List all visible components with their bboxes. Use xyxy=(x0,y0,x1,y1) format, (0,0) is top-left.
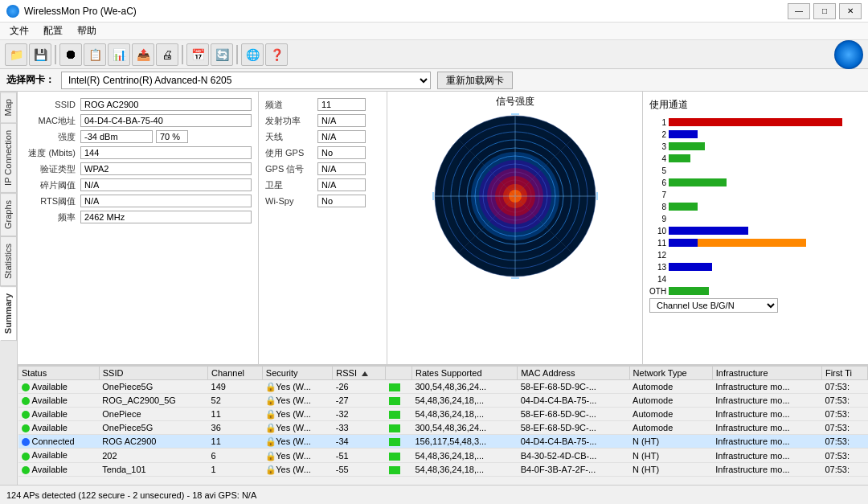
tab-summary[interactable]: Summary xyxy=(0,286,17,341)
col-mac[interactable]: MAC Address xyxy=(518,367,629,380)
gps-row: 使用 GPS No xyxy=(265,146,380,159)
col-infra[interactable]: Infrastructure xyxy=(712,367,821,380)
satellite-row: 卫星 N/A xyxy=(265,178,380,191)
strength-row: 强度 -34 dBm 70 % xyxy=(24,130,252,143)
freq-value: 2462 MHz xyxy=(80,211,252,223)
cell-firsttime: 07:53: xyxy=(821,394,867,408)
tab-graphs[interactable]: Graphs xyxy=(0,193,17,236)
channel-bar-row: 10 xyxy=(649,225,862,236)
tb-chart[interactable]: 📊 xyxy=(108,43,130,66)
tb-export[interactable]: 📤 xyxy=(132,43,154,66)
table-row[interactable]: Available OnePiece5G 149 🔒 Yes (W... -26… xyxy=(18,380,868,394)
network-table-body: Available OnePiece5G 149 🔒 Yes (W... -26… xyxy=(18,380,868,477)
table-row[interactable]: Connected ROG AC2900 11 🔒 Yes (W... -34 … xyxy=(18,435,868,449)
cell-mac: 04-D4-C4-BA-75-... xyxy=(518,394,629,408)
col-rssi[interactable]: RSSI xyxy=(333,367,386,380)
ssid-label: SSID xyxy=(24,100,80,109)
col-security[interactable]: Security xyxy=(262,367,332,380)
cell-security: 🔒 Yes (W... xyxy=(262,408,332,421)
cell-rssi: -33 xyxy=(333,421,386,435)
tb-record[interactable]: ⏺ xyxy=(59,43,82,66)
nic-reload-button[interactable]: 重新加载网卡 xyxy=(437,72,513,89)
menu-bar: 文件 配置 帮助 xyxy=(0,23,868,40)
tab-ip-connection[interactable]: IP Connection xyxy=(0,123,17,193)
tb-print[interactable]: 🖨 xyxy=(156,43,178,66)
table-row[interactable]: Available Tenda_101 1 🔒 Yes (W... -55 54… xyxy=(18,462,868,476)
toolbar: 📁 💾 ⏺ 📋 📊 📤 🖨 📅 🔄 🌐 ❓ xyxy=(0,40,868,69)
cell-security: 🔒 Yes (W... xyxy=(262,435,332,449)
gps-value: No xyxy=(317,146,366,159)
cell-infra: Infrastructure mo... xyxy=(712,462,821,476)
status-dot xyxy=(22,466,30,474)
menu-help[interactable]: 帮助 xyxy=(71,23,103,39)
antenna-label: 天线 xyxy=(265,131,317,143)
window-controls[interactable]: — □ ✕ xyxy=(788,3,862,19)
nic-label: 选择网卡： xyxy=(6,73,55,87)
table-row[interactable]: Available 202 6 🔒 Yes (W... -51 54,48,36… xyxy=(18,449,868,462)
col-firsttime[interactable]: First Ti xyxy=(821,367,867,380)
rssi-bar xyxy=(389,411,400,419)
cell-rssi-bar xyxy=(386,421,412,435)
speed-value: 144 xyxy=(80,146,252,159)
maximize-button[interactable]: □ xyxy=(813,3,836,19)
freq-section: 频道 11 发射功率 N/A 天线 N/A 使用 GPS No GPS 信号 xyxy=(259,92,387,364)
cell-ssid: ROG_AC2900_5G xyxy=(99,394,207,408)
close-button[interactable]: ✕ xyxy=(839,3,862,19)
ssid-row: SSID ROG AC2900 xyxy=(24,98,252,111)
wispy-row: Wi-Spy No xyxy=(265,195,380,207)
lock-icon: 🔒 xyxy=(265,465,273,474)
cell-infra: Infrastructure mo... xyxy=(712,380,821,394)
frag-value: N/A xyxy=(80,178,252,191)
tb-open[interactable]: 📁 xyxy=(5,43,27,66)
cell-rates: 300,54,48,36,24... xyxy=(411,380,517,394)
tab-map[interactable]: Map xyxy=(0,92,17,123)
menu-file[interactable]: 文件 xyxy=(3,23,35,39)
tb-network[interactable]: 🌐 xyxy=(241,43,264,66)
status-dot xyxy=(22,453,30,461)
cell-mac: 04-D4-C4-BA-75-... xyxy=(518,435,629,449)
channel-number: 11 xyxy=(649,239,669,248)
tab-statistics[interactable]: Statistics xyxy=(0,236,17,286)
minimize-button[interactable]: — xyxy=(788,3,810,19)
table-row[interactable]: Available OnePiece5G 36 🔒 Yes (W... -33 … xyxy=(18,421,868,435)
cell-firsttime: 07:53: xyxy=(821,435,867,449)
cell-security: 🔒 Yes (W... xyxy=(262,449,332,462)
nic-dropdown[interactable]: Intel(R) Centrino(R) Advanced-N 6205 xyxy=(61,72,431,89)
col-status[interactable]: Status xyxy=(18,367,100,380)
channel-number: 2 xyxy=(649,130,669,139)
col-channel[interactable]: Channel xyxy=(208,367,263,380)
col-nettype[interactable]: Network Type xyxy=(629,367,712,380)
table-row[interactable]: Available ROG_AC2900_5G 52 🔒 Yes (W... -… xyxy=(18,394,868,408)
channel-type-select[interactable]: Channel Use B/G/N xyxy=(649,298,778,313)
tb-list[interactable]: 📋 xyxy=(84,43,106,66)
channel-bar-row: 12 xyxy=(649,249,862,260)
channel-bar-row: 9 xyxy=(649,213,862,224)
tb-refresh[interactable]: 🔄 xyxy=(211,43,233,66)
txpower-value: N/A xyxy=(317,114,366,127)
rssi-bar xyxy=(389,383,400,391)
title-bar: WirelessMon Pro (We-aC) — □ ✕ xyxy=(0,0,868,23)
network-table: Status SSID Channel Security RSSI Rates … xyxy=(18,366,868,477)
channel-bar-segment xyxy=(669,239,698,247)
channel-number: OTH xyxy=(649,287,669,296)
tb-calendar[interactable]: 📅 xyxy=(186,43,209,66)
cell-mac: 58-EF-68-5D-9C-... xyxy=(518,421,629,435)
lock-icon: 🔒 xyxy=(265,409,273,419)
channel-dropdown[interactable]: Channel Use B/G/N xyxy=(649,298,862,313)
col-rates[interactable]: Rates Supported xyxy=(411,367,517,380)
txpower-row: 发射功率 N/A xyxy=(265,114,380,127)
side-tabs: Map IP Connection Graphs Statistics Summ… xyxy=(0,92,18,485)
channel-chart: 1 2 3 4 5 6 7 8 9 10 xyxy=(649,117,862,293)
tb-help[interactable]: ❓ xyxy=(265,43,288,66)
cell-ssid: OnePiece xyxy=(99,408,207,421)
channel-bar-row: 13 xyxy=(649,261,862,272)
cell-channel: 36 xyxy=(208,421,263,435)
col-ssid[interactable]: SSID xyxy=(99,367,207,380)
info-section: SSID ROG AC2900 MAC地址 04-D4-C4-BA-75-40 … xyxy=(18,92,259,364)
tb-save[interactable]: 💾 xyxy=(29,43,51,66)
cell-firsttime: 07:53: xyxy=(821,421,867,435)
table-wrapper[interactable]: Status SSID Channel Security RSSI Rates … xyxy=(18,366,868,485)
table-row[interactable]: Available OnePiece 11 🔒 Yes (W... -32 54… xyxy=(18,408,868,421)
lock-icon: 🔒 xyxy=(265,423,273,432)
menu-config[interactable]: 配置 xyxy=(37,23,69,39)
